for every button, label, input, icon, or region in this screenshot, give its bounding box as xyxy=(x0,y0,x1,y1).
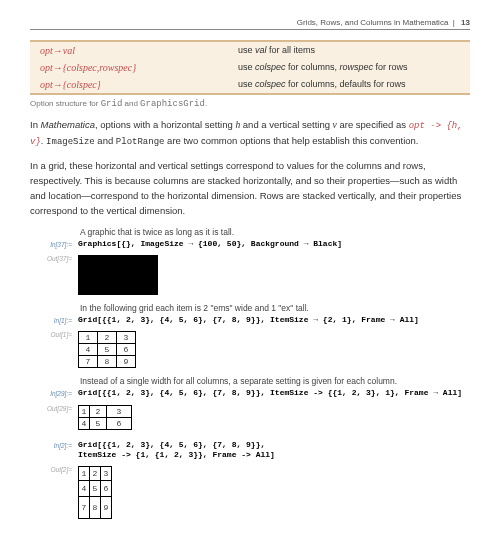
opt-desc: use val for all items xyxy=(228,41,470,59)
in-label: In[2]:= xyxy=(30,440,78,449)
page-header: Grids, Rows, and Columns in Mathematica … xyxy=(30,18,470,30)
in-label: In[1]:= xyxy=(30,315,78,324)
input-row: In[2]:= Grid[{{1, 2, 3}, {4, 5, 6}, {7, … xyxy=(30,440,470,461)
black-rectangle xyxy=(78,255,158,295)
input-row: In[37]:= Graphics[{}, ImageSize → {100, … xyxy=(30,239,470,249)
output-row: Out[2]= 123 456 789 xyxy=(30,464,470,519)
table-row: opt→{colspec} use colspec for columns, d… xyxy=(30,76,470,94)
opt-desc: use colspec for columns, rowspec for row… xyxy=(228,59,470,76)
input-code: Grid[{{1, 2, 3}, {4, 5, 6}, {7, 8, 9}}, … xyxy=(78,440,275,461)
example-desc: A graphic that is twice as long as it is… xyxy=(80,227,470,237)
input-row: In[29]:= Grid[{{1, 2, 3}, {4, 5, 6}, {7,… xyxy=(30,388,470,398)
example-desc: Instead of a single width for all column… xyxy=(80,376,470,386)
out-label: Out[37]= xyxy=(30,253,78,262)
opt-syntax: opt→{colspec} xyxy=(30,76,228,94)
in-label: In[37]:= xyxy=(30,239,78,248)
table-caption: Option structure for Grid and GraphicsGr… xyxy=(30,99,470,109)
page: Grids, Rows, and Columns in Mathematica … xyxy=(0,0,500,543)
input-row: In[1]:= Grid[{{1, 2, 3}, {4, 5, 6}, {7, … xyxy=(30,315,470,325)
page-number: 13 xyxy=(461,18,470,27)
input-code: Graphics[{}, ImageSize → {100, 50}, Back… xyxy=(78,239,342,249)
input-code: Grid[{{1, 2, 3}, {4, 5, 6}, {7, 8, 9}}, … xyxy=(78,315,419,325)
opt-syntax: opt→val xyxy=(30,41,228,59)
in-label: In[29]:= xyxy=(30,388,78,397)
opt-syntax: opt→{colspec,rowspec} xyxy=(30,59,228,76)
example-desc: In the following grid each item is 2 "em… xyxy=(80,303,470,313)
out-label: Out[2]= xyxy=(30,464,78,473)
table-row: opt→{colspec,rowspec} use colspec for co… xyxy=(30,59,470,76)
output-grid: 123 456 xyxy=(78,403,132,430)
out-label: Out[29]= xyxy=(30,403,78,412)
output-grid: 123 456 789 xyxy=(78,464,112,519)
output-grid: 123 456 789 xyxy=(78,329,136,368)
paragraph: In a grid, these horizontal and vertical… xyxy=(30,158,470,219)
header-title: Grids, Rows, and Columns in Mathematica xyxy=(297,18,449,27)
grid-table: 123 456 789 xyxy=(78,331,136,368)
output-graphic xyxy=(78,253,158,295)
grid-table: 123 456 789 xyxy=(78,466,112,519)
output-row: Out[29]= 123 456 xyxy=(30,403,470,430)
grid-table: 123 456 xyxy=(78,405,132,430)
option-table: opt→val use val for all items opt→{colsp… xyxy=(30,40,470,95)
out-label: Out[1]= xyxy=(30,329,78,338)
input-code: Grid[{{1, 2, 3}, {4, 5, 6}, {7, 8, 9}}, … xyxy=(78,388,462,398)
paragraph: In Mathematica, options with a horizonta… xyxy=(30,117,470,150)
table-row: opt→val use val for all items xyxy=(30,41,470,59)
opt-desc: use colspec for columns, defaults for ro… xyxy=(228,76,470,94)
output-row: Out[1]= 123 456 789 xyxy=(30,329,470,368)
output-row: Out[37]= xyxy=(30,253,470,295)
